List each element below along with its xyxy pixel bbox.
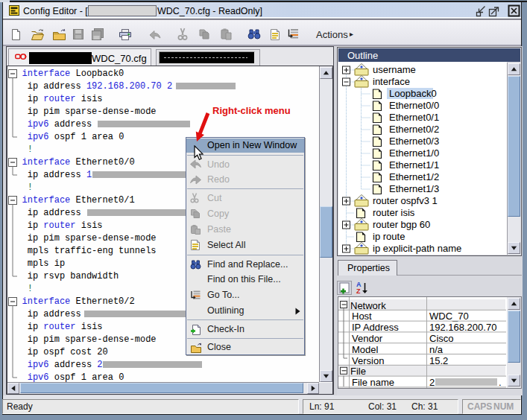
svg-text:Z: Z bbox=[356, 287, 361, 295]
